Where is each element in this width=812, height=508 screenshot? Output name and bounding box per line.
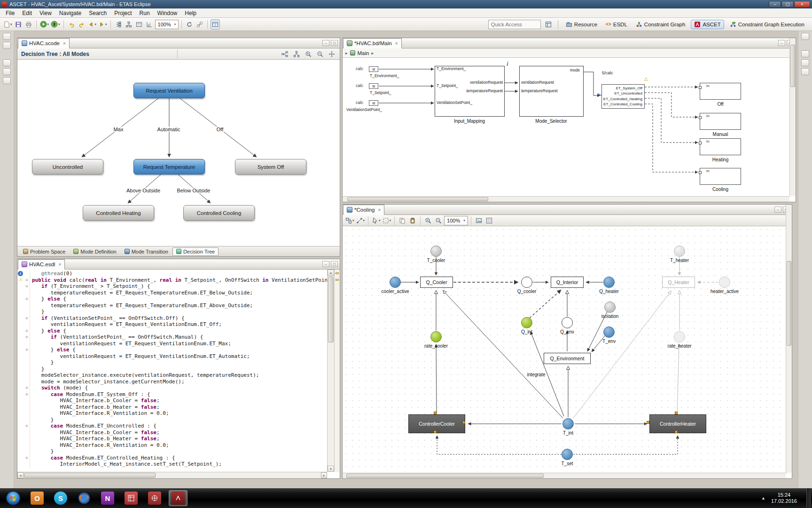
- code-line[interactable]: ⊖ } else {: [24, 347, 327, 353]
- connection-tool-button[interactable]: ▾: [356, 215, 366, 226]
- debug-button[interactable]: ▾: [50, 19, 61, 30]
- perspective-resource[interactable]: Resource: [563, 20, 600, 29]
- menu-item[interactable]: Window: [154, 9, 181, 17]
- taskbar-icon-onenote[interactable]: N: [98, 490, 117, 506]
- tab-hvac-bd-main[interactable]: *HVAC.bd/Main ×: [343, 38, 402, 48]
- outline-shortcut-icon[interactable]: [3, 68, 11, 75]
- code-line[interactable]: temperatureRequest = ET_Request_Temperat…: [24, 302, 327, 309]
- code-line[interactable]: ⊖ case ModesEnum.ET_Uncontrolled : {: [24, 423, 327, 429]
- start-button[interactable]: [4, 489, 23, 508]
- forward-navigation-button[interactable]: ▾: [98, 19, 108, 30]
- project-explorer-shortcut-icon[interactable]: [3, 42, 11, 49]
- redo-button[interactable]: [77, 19, 86, 30]
- run-button[interactable]: ▾: [39, 19, 50, 30]
- code-line[interactable]: ⊖public void calc(real in T_Environment_…: [24, 277, 327, 284]
- copy-button[interactable]: [398, 215, 407, 226]
- fold-marker-icon[interactable]: ⊖: [24, 455, 30, 461]
- fold-marker-icon[interactable]: [24, 366, 30, 373]
- node-rate-heater[interactable]: [674, 331, 685, 342]
- menu-item[interactable]: Run: [136, 9, 154, 17]
- fold-marker-icon[interactable]: ⊖: [24, 385, 30, 391]
- taskbar-icon-skype[interactable]: S: [51, 490, 70, 506]
- esdl-code-lines[interactable]: @thread(0)⊖public void calc(real in T_En…: [24, 270, 327, 472]
- vertical-scrollbar[interactable]: [786, 205, 792, 473]
- cooling-canvas[interactable]: T_cooler Q_Cooler cooler_active Q_cooler…: [343, 226, 792, 478]
- hierarchy-view-button[interactable]: [114, 19, 123, 30]
- close-tab-icon[interactable]: ×: [378, 207, 381, 213]
- element-palette-button[interactable]: ▾: [345, 215, 355, 226]
- controller-port[interactable]: [434, 430, 437, 433]
- input-mapping-name[interactable]: Input_Mapping: [454, 119, 485, 124]
- save-button[interactable]: [14, 19, 23, 30]
- node-t-env[interactable]: [603, 326, 615, 338]
- vertical-scrollbar[interactable]: [789, 38, 796, 196]
- code-line[interactable]: ⊖ if (VentilationSetPoint_ == OnOffSwitc…: [24, 315, 327, 322]
- fold-marker-icon[interactable]: [24, 270, 30, 277]
- output-name-manual[interactable]: Manual: [713, 132, 728, 137]
- zoom-in-button[interactable]: [423, 215, 433, 226]
- fold-marker-icon[interactable]: ⊖: [24, 328, 30, 334]
- fold-marker-icon[interactable]: [24, 429, 30, 436]
- tab-mode-transition[interactable]: Mode Transition: [121, 247, 172, 256]
- warning-annotation-icon[interactable]: ⚠: [18, 277, 23, 282]
- tab-hvac-scode[interactable]: HVAC.scode ×: [18, 38, 70, 48]
- tree-node-request-ventilation[interactable]: Request Ventilation: [133, 83, 205, 98]
- overview-ruler[interactable]: [334, 270, 340, 472]
- node-isolation[interactable]: [604, 302, 616, 313]
- scroll-right-icon[interactable]: ▸: [321, 472, 327, 478]
- minimize-window-button[interactable]: –: [769, 1, 781, 8]
- horizontal-scrollbar[interactable]: [343, 196, 789, 202]
- node-t-int[interactable]: [562, 418, 574, 429]
- zoom-in-icon[interactable]: [304, 50, 312, 58]
- cooling-zoom-select[interactable]: 100%▾: [444, 216, 468, 225]
- tasks-shortcut-icon[interactable]: [801, 59, 809, 66]
- breadcrumb-expand-icon[interactable]: ▸: [371, 51, 374, 56]
- new-file-button[interactable]: ▾: [3, 19, 13, 30]
- output-name-cooling[interactable]: Cooling: [712, 187, 728, 192]
- input-port-icon[interactable]: ⊞: [369, 66, 378, 72]
- controller-port[interactable]: [675, 430, 678, 433]
- open-perspective-button[interactable]: [544, 19, 553, 30]
- link-editor-button[interactable]: [195, 19, 204, 30]
- menu-item[interactable]: View: [36, 9, 55, 17]
- input-port-icon[interactable]: ⊞: [369, 100, 378, 106]
- horizontal-scrollbar[interactable]: ◂ ▸: [17, 472, 327, 478]
- node-rate-cooler[interactable]: [430, 331, 442, 342]
- tab-problem-space[interactable]: Problem Space: [19, 247, 69, 256]
- menu-item[interactable]: Project: [110, 9, 135, 17]
- close-window-button[interactable]: ×: [794, 1, 810, 8]
- maximize-window-button[interactable]: ▢: [781, 1, 794, 8]
- fold-marker-icon[interactable]: ⊖: [24, 296, 30, 302]
- fold-marker-icon[interactable]: [24, 417, 30, 423]
- tree-node-uncontrolled[interactable]: Uncontrolled: [32, 159, 103, 175]
- zoom-out-icon[interactable]: [316, 50, 324, 58]
- breadcrumb-back-icon[interactable]: ▸: [345, 51, 348, 56]
- scroll-left-icon[interactable]: ◂: [17, 472, 23, 478]
- fold-marker-icon[interactable]: [24, 290, 30, 296]
- zoom-out-button[interactable]: [434, 215, 443, 226]
- grid-properties-button[interactable]: [211, 19, 220, 30]
- node-q-heater-block[interactable]: Q_Heater: [662, 277, 695, 288]
- fold-marker-icon[interactable]: ⊖: [24, 277, 30, 284]
- code-line[interactable]: HVAC_Interface.b_Cooler = false;: [24, 429, 327, 436]
- code-line[interactable]: ⊖ } else {: [24, 296, 327, 302]
- code-line[interactable]: ventilationRequest = ET_Request_Ventilat…: [24, 353, 327, 360]
- restore-views-icon[interactable]: [801, 33, 809, 40]
- grid-toggle-button[interactable]: [484, 215, 494, 226]
- mode-selector-name[interactable]: Mode_Selector: [535, 119, 567, 124]
- console-shortcut-icon[interactable]: [3, 77, 11, 84]
- fold-marker-icon[interactable]: ⊖: [24, 423, 30, 429]
- node-q-cooler-block[interactable]: Q_Cooler: [420, 277, 453, 288]
- fold-marker-icon[interactable]: [24, 302, 30, 309]
- pan-icon[interactable]: [328, 50, 336, 58]
- code-line[interactable]: temperatureRequest = ET_Request_Temperat…: [24, 290, 327, 296]
- code-line[interactable]: modeSelector_instance.execute(ventilatio…: [24, 372, 327, 379]
- code-line[interactable]: }: [24, 359, 327, 366]
- refresh-button[interactable]: [185, 19, 194, 30]
- minimize-view-button[interactable]: –: [778, 40, 785, 46]
- mode-case-block[interactable]: ET_System_OffET_UncontrolledET_Controlle…: [601, 84, 645, 109]
- minimize-view-button[interactable]: –: [322, 40, 329, 46]
- fold-marker-icon[interactable]: ⊖: [24, 283, 30, 290]
- output-block-heating[interactable]: In: [700, 138, 741, 155]
- fold-marker-icon[interactable]: [24, 359, 30, 366]
